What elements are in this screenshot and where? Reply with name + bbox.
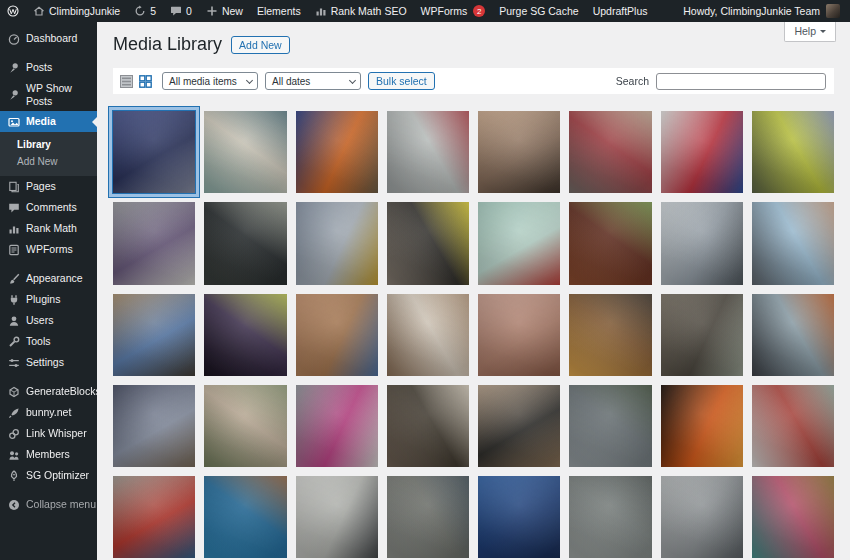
- date-filter[interactable]: All dates: [265, 72, 361, 90]
- sidebar-item-wp-show-posts[interactable]: WP Show Posts: [0, 78, 97, 111]
- media-item-helmet-overhang-climber[interactable]: [387, 385, 469, 467]
- admin-bar-wp-logo[interactable]: [0, 0, 26, 22]
- chart-icon: [7, 222, 20, 235]
- page-header: Media Library Add New: [113, 22, 834, 55]
- media-item-boulder-field-hikers[interactable]: [661, 476, 743, 558]
- sidebar-item-plugins[interactable]: Plugins: [0, 289, 97, 310]
- admin-bar-rank-math-seo[interactable]: Rank Math SEO: [308, 0, 414, 22]
- sidebar-item-collapse-menu[interactable]: Collapse menu: [0, 494, 97, 515]
- media-item-rope-hang-blue-sky[interactable]: [204, 476, 286, 558]
- media-item-sunset-silhouette-pair[interactable]: [569, 294, 651, 376]
- admin-bar-updraftplus[interactable]: UpdraftPlus: [586, 0, 655, 22]
- media-item-orange-jacket-boulder-sky[interactable]: [296, 111, 378, 193]
- sidebar-item-dashboard[interactable]: Dashboard: [0, 28, 97, 49]
- media-item-top-down-belay-view[interactable]: [113, 294, 195, 376]
- media-item-overhang-yellow-volume[interactable]: [387, 202, 469, 284]
- media-item-sandstone-sport-route[interactable]: [296, 294, 378, 376]
- blocks-icon: [7, 385, 20, 398]
- admin-bar-updates[interactable]: 5: [127, 0, 163, 22]
- sidebar-item-tools[interactable]: Tools: [0, 331, 97, 352]
- admin-bar-purge-sg-cache[interactable]: Purge SG Cache: [492, 0, 585, 22]
- media-item-woman-tying-in-gray-purple[interactable]: [113, 202, 195, 284]
- admin-bar-site-name[interactable]: ClimbingJunkie: [26, 0, 127, 22]
- media-item-pink-rock-rope[interactable]: [478, 294, 560, 376]
- admin-bar-wpforms[interactable]: WPForms2: [414, 0, 493, 22]
- sidebar-item-users[interactable]: Users: [0, 310, 97, 331]
- submenu-item-add-new[interactable]: Add New: [0, 153, 97, 170]
- sidebar-item-label: Comments: [26, 201, 77, 214]
- sidebar-item-label: bunny.net: [26, 406, 71, 419]
- admin-bar-comments[interactable]: 0: [163, 0, 199, 22]
- media-item-desert-roof-climber[interactable]: [478, 385, 560, 467]
- media-item-indoor-wall-holds-closeup[interactable]: [204, 111, 286, 193]
- media-item-climbing-shoes-closeup[interactable]: [661, 294, 743, 376]
- admin-bar-label: Purge SG Cache: [499, 5, 578, 17]
- media-item-red-blue-alpinist[interactable]: [113, 476, 195, 558]
- sidebar-item-appearance[interactable]: Appearance: [0, 268, 97, 289]
- media-item-blue-ropes-coil[interactable]: [478, 476, 560, 558]
- sidebar-item-label: Rank Math: [26, 222, 77, 235]
- admin-bar-label: 0: [186, 5, 192, 17]
- pages-icon: [7, 180, 20, 193]
- submenu-item-library[interactable]: Library: [0, 136, 97, 153]
- sidebar-item-link-whisper[interactable]: Link Whisper: [0, 423, 97, 444]
- media-type-filter[interactable]: All media items: [162, 72, 258, 90]
- bulk-select-button[interactable]: Bulk select: [368, 72, 435, 90]
- media-item-white-wall-red-blue-holds[interactable]: [661, 111, 743, 193]
- search-input[interactable]: [656, 73, 826, 90]
- media-item-chalked-hands[interactable]: [387, 294, 469, 376]
- media-item-pink-boulder-problem[interactable]: [296, 385, 378, 467]
- media-item-rappel-gray-cliff[interactable]: [569, 385, 651, 467]
- link-icon: [7, 427, 20, 440]
- media-item-desert-red-rock-climbers[interactable]: [569, 202, 651, 284]
- sidebar-item-media[interactable]: Media: [0, 111, 97, 132]
- admin-bar-account[interactable]: Howdy, ClimbingJunkie Team: [673, 0, 850, 22]
- avatar: [826, 4, 840, 18]
- media-item-woman-tan-rock[interactable]: [478, 111, 560, 193]
- media-item-blue-boulder-wall[interactable]: [296, 202, 378, 284]
- list-view-icon[interactable]: [119, 74, 134, 89]
- media-item-indoor-blue-wall-climber[interactable]: [113, 111, 195, 193]
- home-icon: [33, 5, 45, 17]
- media-item-sun-disc-silhouette[interactable]: [661, 385, 743, 467]
- sidebar-item-pages[interactable]: Pages: [0, 176, 97, 197]
- sidebar-item-label: Link Whisper: [26, 427, 87, 440]
- media-item-dark-slab-blue-sky[interactable]: [752, 202, 834, 284]
- media-item-hand-on-rock-face[interactable]: [204, 385, 286, 467]
- media-item-night-cave-light-beam[interactable]: [204, 294, 286, 376]
- sidebar-item-label: Appearance: [26, 272, 83, 285]
- media-item-snowy-ridge-mountaineer[interactable]: [661, 202, 743, 284]
- admin-bar-menus: ClimbingJunkie50NewElementsRank Math SEO…: [0, 0, 654, 22]
- view-switch: [119, 74, 153, 89]
- media-item-white-gym-session[interactable]: [296, 476, 378, 558]
- admin-bar-elements[interactable]: Elements: [250, 0, 308, 22]
- sidebar-item-rank-math[interactable]: Rank Math: [0, 218, 97, 239]
- media-item-sea-cliff-orange-climber[interactable]: [752, 294, 834, 376]
- add-new-button[interactable]: Add New: [231, 36, 290, 54]
- sidebar-item-members[interactable]: Members: [0, 444, 97, 465]
- sidebar-item-generateblocks[interactable]: GenerateBlocks: [0, 381, 97, 402]
- grid-view-icon[interactable]: [138, 74, 153, 89]
- media-item-chalk-dust-hands-sky[interactable]: [113, 385, 195, 467]
- media-item-woman-indoor-gray-wall[interactable]: [387, 111, 469, 193]
- help-tab[interactable]: Help: [784, 22, 836, 42]
- notification-badge: 2: [473, 5, 485, 17]
- media-item-yellow-jacket-crag-pair[interactable]: [752, 111, 834, 193]
- sidebar-item-settings[interactable]: Settings: [0, 352, 97, 373]
- sidebar-item-comments[interactable]: Comments: [0, 197, 97, 218]
- media-item-white-gym-red-climber[interactable]: [752, 385, 834, 467]
- sidebar-item-bunny-net[interactable]: bunny.net: [0, 402, 97, 423]
- media-item-vivid-ridge-hikers[interactable]: [752, 476, 834, 558]
- sidebar-item-posts[interactable]: Posts: [0, 57, 97, 78]
- sidebar-item-wpforms[interactable]: WPForms: [0, 239, 97, 260]
- media-item-mint-wall-kid[interactable]: [478, 202, 560, 284]
- chart-icon: [315, 5, 327, 17]
- sidebar-item-label: Tools: [26, 335, 51, 348]
- media-item-outdoor-training-wall[interactable]: [569, 476, 651, 558]
- media-item-gray-wall-belayer[interactable]: [387, 476, 469, 558]
- media-item-crag-and-gym-pair[interactable]: [569, 111, 651, 193]
- admin-bar-new-content[interactable]: New: [199, 0, 250, 22]
- media-item-dark-gym-woman[interactable]: [204, 202, 286, 284]
- sidebar-item-sg-optimizer[interactable]: SG Optimizer: [0, 465, 97, 486]
- sidebar-item-label: Members: [26, 448, 70, 461]
